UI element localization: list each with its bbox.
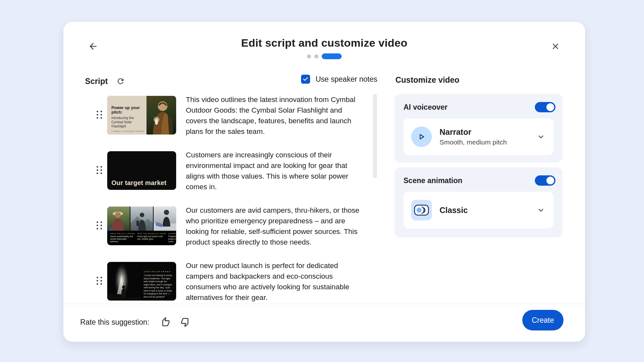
ai-voiceover-toggle[interactable] bbox=[535, 102, 555, 112]
edit-script-dialog: Edit script and customize video Script U… bbox=[63, 22, 585, 342]
play-icon bbox=[417, 133, 426, 141]
progress-step-1-dot bbox=[307, 54, 311, 59]
close-icon bbox=[551, 42, 560, 51]
slide3-caption1-desc: Values sustainability and avoids disposa… bbox=[110, 235, 135, 243]
slide2-title: Our target market bbox=[111, 179, 166, 187]
use-speaker-notes-label: Use speaker notes bbox=[316, 75, 377, 84]
animation-style-select[interactable]: Classic bbox=[403, 192, 554, 228]
thumbs-down-button[interactable] bbox=[180, 316, 193, 329]
script-item-2: Our target market Customers are increasi… bbox=[96, 151, 373, 192]
refresh-icon bbox=[116, 77, 125, 86]
slide4-quote-panel: SARAH MILLER ★★★★★ "Loved not having to … bbox=[142, 262, 176, 301]
script-text-1[interactable]: This video outlines the latest innovatio… bbox=[186, 94, 364, 137]
drag-handle-icon[interactable] bbox=[96, 96, 103, 119]
slide3-photo-collage bbox=[107, 207, 176, 231]
scene-animation-label: Scene animation bbox=[403, 176, 462, 185]
chevron-down-icon bbox=[536, 132, 546, 142]
drag-handle-icon[interactable] bbox=[96, 262, 103, 285]
slide-thumbnail-2: Our target market bbox=[107, 151, 176, 190]
scene-animation-toggle[interactable] bbox=[535, 175, 555, 186]
slide1-subtitle: Introducing the Cymbal Solar Flashlight bbox=[111, 116, 145, 128]
slide1-title: Power up your pitch: bbox=[111, 106, 145, 115]
slide3-captions: EMMA THE ECO-CAMPER Values sustainabilit… bbox=[107, 231, 176, 243]
voice-description: Smooth, medium pitch bbox=[440, 138, 507, 146]
slide3-caption1-name: EMMA THE ECO-CAMPER bbox=[110, 233, 135, 235]
slide-thumbnail-3: EMMA THE ECO-CAMPER Values sustainabilit… bbox=[107, 207, 176, 245]
slide-thumbnail-1: Power up your pitch: Introducing the Cym… bbox=[107, 96, 176, 135]
slide1-text-panel: Power up your pitch: Introducing the Cym… bbox=[107, 96, 147, 135]
thumb-down-icon bbox=[181, 317, 192, 328]
slide4-reviewer: SARAH MILLER ★★★★★ bbox=[144, 270, 172, 273]
slide-thumbnail-4: SARAH MILLER ★★★★★ "Loved not having to … bbox=[107, 262, 176, 301]
ai-voiceover-label: AI voiceover bbox=[403, 103, 448, 112]
script-item-3: EMMA THE ECO-CAMPER Values sustainabilit… bbox=[96, 207, 373, 247]
scene-animation-card: Scene animation Classic bbox=[394, 167, 563, 237]
progress-step-3-active-pill bbox=[322, 53, 342, 59]
create-button[interactable]: Create bbox=[522, 310, 564, 330]
progress-indicator bbox=[63, 53, 585, 59]
script-item-1: Power up your pitch: Introducing the Cym… bbox=[96, 96, 373, 137]
script-item-4: SARAH MILLER ★★★★★ "Loved not having to … bbox=[96, 262, 373, 303]
voice-preview-play-button[interactable] bbox=[411, 126, 432, 147]
voice-select[interactable]: Narrator Smooth, medium pitch bbox=[403, 118, 554, 155]
script-scrollbar[interactable] bbox=[373, 94, 377, 178]
close-button[interactable] bbox=[548, 39, 563, 53]
animation-style-name: Classic bbox=[440, 206, 468, 215]
script-section-title: Script bbox=[85, 77, 108, 86]
thumbs-up-button[interactable] bbox=[158, 316, 171, 329]
use-speaker-notes-control[interactable]: Use speaker notes bbox=[301, 75, 377, 84]
slide1-brand: CYMBAL OUTDOOR GOODS bbox=[111, 130, 144, 132]
thumb-up-icon bbox=[159, 317, 170, 328]
slide1-photo bbox=[147, 96, 176, 135]
slide4-quote: "Loved not having to worry about batteri… bbox=[144, 274, 172, 298]
script-list: Power up your pitch: Introducing the Cym… bbox=[96, 96, 373, 303]
slide3-caption2-desc: Packs light and seeks multi-use, reliabl… bbox=[137, 235, 166, 240]
slide4-photo bbox=[107, 262, 142, 301]
checkbox-check-icon bbox=[302, 76, 309, 83]
dialog-title: Edit script and customize video bbox=[63, 37, 585, 49]
regenerate-script-button[interactable] bbox=[115, 75, 127, 87]
drag-handle-icon[interactable] bbox=[96, 151, 103, 174]
slide3-caption2-name: MIKE THE MINIMALIST HIKER bbox=[137, 233, 166, 235]
footer-divider bbox=[63, 304, 585, 304]
slide3-caption3-name: SANDRA THE SAFETY MOM bbox=[168, 233, 176, 235]
script-text-4[interactable]: Our new product launch is perfect for de… bbox=[186, 260, 364, 303]
ai-voiceover-card: AI voiceover Narrator Smooth, medium pit… bbox=[394, 94, 563, 162]
rate-suggestion-label: Rate this suggestion: bbox=[80, 318, 149, 327]
drag-handle-icon[interactable] bbox=[96, 207, 103, 229]
chevron-down-icon bbox=[536, 205, 546, 215]
script-text-3[interactable]: Our customers are avid campers, thru-hik… bbox=[186, 205, 364, 247]
progress-step-2-dot bbox=[314, 54, 318, 59]
slide3-caption3-desc: Prepares for blackouts and keeps a kit i… bbox=[168, 235, 176, 243]
customize-section-title: Customize video bbox=[395, 75, 459, 85]
scene-animation-icon bbox=[411, 200, 432, 220]
voice-name: Narrator bbox=[440, 127, 507, 137]
use-speaker-notes-checkbox[interactable] bbox=[301, 75, 310, 84]
script-text-2[interactable]: Customers are increasingly conscious of … bbox=[186, 150, 364, 192]
